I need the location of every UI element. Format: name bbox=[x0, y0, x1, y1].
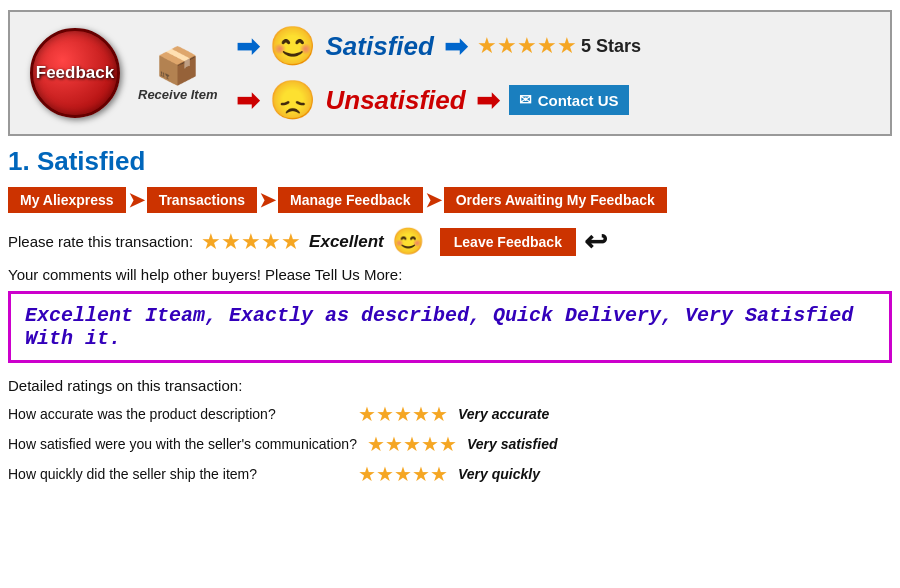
smiley-happy-icon: 😊 bbox=[269, 24, 316, 68]
arrow-red-2: ➡ bbox=[476, 84, 499, 117]
detail-row-2: How quickly did the seller ship the item… bbox=[8, 462, 892, 486]
breadcrumb-arrow-3: ➤ bbox=[425, 188, 442, 212]
contact-label: Contact US bbox=[538, 92, 619, 109]
excellent-label: Excellent bbox=[309, 232, 384, 252]
leave-feedback-button[interactable]: Leave Feedback bbox=[440, 228, 576, 256]
top-banner: Feedback 📦 Receive Item ➡ 😊 Satisfied ➡ … bbox=[8, 10, 892, 136]
detail-row-0: How accurate was the product description… bbox=[8, 402, 892, 426]
comments-label: Your comments will help other buyers! Pl… bbox=[8, 266, 892, 283]
banner-middle: 📦 Receive Item bbox=[138, 45, 218, 102]
rating-row: Please rate this transaction: ★★★★★ Exce… bbox=[8, 225, 892, 258]
stars-gold: ★★★★★ bbox=[477, 33, 577, 59]
arrow-curved-icon: ↩ bbox=[584, 225, 607, 258]
breadcrumb-nav: My Aliexpress ➤ Transactions ➤ Manage Fe… bbox=[8, 187, 892, 213]
arrow-blue-2: ➡ bbox=[444, 30, 467, 63]
stars-five: ★★★★★ 5 Stars bbox=[477, 33, 641, 59]
detail-question-2: How quickly did the seller ship the item… bbox=[8, 466, 348, 482]
envelope-icon: ✉ bbox=[519, 91, 532, 109]
section-satisfied: 1. Satisfied My Aliexpress ➤ Transaction… bbox=[0, 146, 900, 500]
breadcrumb-orders-awaiting[interactable]: Orders Awaiting My Feedback bbox=[444, 187, 667, 213]
contact-envelope: ✉ Contact US bbox=[509, 85, 629, 115]
detail-row-1: How satisfied were you with the seller's… bbox=[8, 432, 892, 456]
unsatisfied-text: Unsatisfied bbox=[326, 85, 466, 116]
rating-stars: ★★★★★ bbox=[201, 229, 301, 255]
smiley-excellent-icon: 😊 bbox=[392, 226, 424, 257]
receive-label: Receive Item bbox=[138, 87, 218, 102]
detailed-ratings: Detailed ratings on this transaction: Ho… bbox=[8, 377, 892, 486]
smiley-sad-icon: 😞 bbox=[269, 78, 316, 122]
package-icon: 📦 bbox=[155, 45, 200, 87]
detail-stars-2: ★★★★★ bbox=[358, 462, 448, 486]
detailed-label: Detailed ratings on this transaction: bbox=[8, 377, 892, 394]
receive-item-area: 📦 Receive Item bbox=[138, 45, 218, 102]
breadcrumb-arrow-2: ➤ bbox=[259, 188, 276, 212]
breadcrumb-transactions[interactable]: Transactions bbox=[147, 187, 257, 213]
unsatisfied-row: ➡ 😞 Unsatisfied ➡ ✉ Contact US bbox=[236, 78, 871, 122]
breadcrumb-arrow-1: ➤ bbox=[128, 188, 145, 212]
detail-answer-0: Very accurate bbox=[458, 406, 549, 422]
satisfied-row: ➡ 😊 Satisfied ➡ ★★★★★ 5 Stars bbox=[236, 24, 871, 68]
satisfied-heading: 1. Satisfied bbox=[8, 146, 892, 177]
rating-label: Please rate this transaction: bbox=[8, 233, 193, 250]
feedback-circle: Feedback bbox=[30, 28, 120, 118]
detail-question-1: How satisfied were you with the seller's… bbox=[8, 436, 357, 452]
feedback-circle-text: Feedback bbox=[36, 63, 114, 83]
banner-rows: ➡ 😊 Satisfied ➡ ★★★★★ 5 Stars ➡ 😞 Unsati… bbox=[236, 24, 871, 122]
comment-text: Excellent Iteam, Exactly as described, Q… bbox=[25, 304, 853, 350]
arrow-blue-1: ➡ bbox=[236, 30, 259, 63]
comment-box: Excellent Iteam, Exactly as described, Q… bbox=[8, 291, 892, 363]
detail-answer-1: Very satisfied bbox=[467, 436, 558, 452]
satisfied-text: Satisfied bbox=[326, 31, 434, 62]
breadcrumb-my-aliexpress[interactable]: My Aliexpress bbox=[8, 187, 126, 213]
five-stars-label: 5 Stars bbox=[581, 36, 641, 57]
breadcrumb-manage-feedback[interactable]: Manage Feedback bbox=[278, 187, 423, 213]
detail-question-0: How accurate was the product description… bbox=[8, 406, 348, 422]
detail-stars-1: ★★★★★ bbox=[367, 432, 457, 456]
arrow-red-1: ➡ bbox=[236, 84, 259, 117]
detail-answer-2: Very quickly bbox=[458, 466, 540, 482]
detail-stars-0: ★★★★★ bbox=[358, 402, 448, 426]
